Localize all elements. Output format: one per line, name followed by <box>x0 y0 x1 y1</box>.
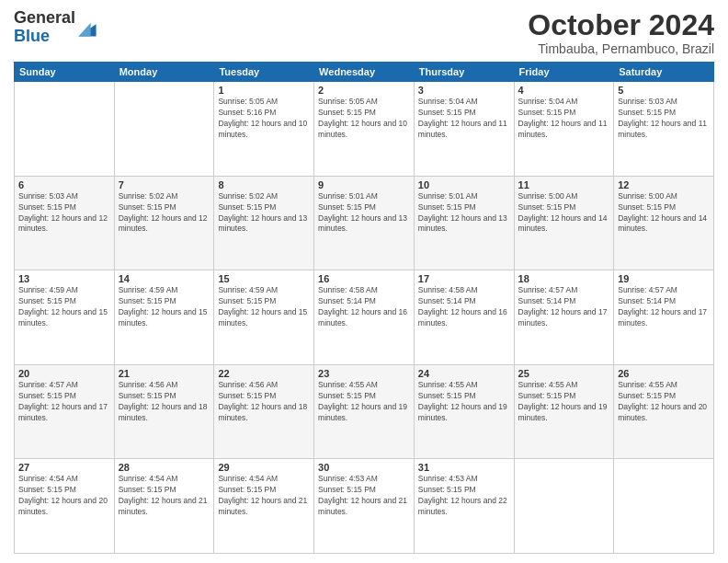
table-cell: 18 Sunrise: 4:57 AMSunset: 5:14 PMDaylig… <box>514 270 614 365</box>
subtitle: Timbauba, Pernambuco, Brazil <box>528 41 714 56</box>
day-number: 4 <box>518 85 610 96</box>
table-cell: 15 Sunrise: 4:59 AMSunset: 5:15 PMDaylig… <box>214 270 314 365</box>
day-number: 11 <box>518 179 610 190</box>
table-cell: 25 Sunrise: 4:55 AMSunset: 5:15 PMDaylig… <box>514 364 614 459</box>
table-cell: 9 Sunrise: 5:01 AMSunset: 5:15 PMDayligh… <box>314 176 415 270</box>
col-friday: Friday <box>514 63 614 82</box>
day-number: 9 <box>318 179 410 190</box>
table-cell: 19 Sunrise: 4:57 AMSunset: 5:14 PMDaylig… <box>614 270 714 365</box>
table-cell: 3 Sunrise: 5:04 AMSunset: 5:15 PMDayligh… <box>414 82 514 177</box>
table-cell <box>114 82 214 177</box>
table-cell: 7 Sunrise: 5:02 AMSunset: 5:15 PMDayligh… <box>114 176 214 270</box>
day-number: 26 <box>618 368 710 379</box>
header: General Blue October 2024 Timbauba, Pern… <box>14 9 714 56</box>
svg-marker-1 <box>79 23 91 37</box>
table-cell: 30 Sunrise: 4:53 AMSunset: 5:15 PMDaylig… <box>314 459 415 554</box>
day-info: Sunrise: 4:55 AMSunset: 5:15 PMDaylight:… <box>618 380 710 424</box>
day-info: Sunrise: 4:54 AMSunset: 5:15 PMDaylight:… <box>218 474 310 518</box>
day-number: 17 <box>418 273 510 284</box>
table-cell: 1 Sunrise: 5:05 AMSunset: 5:16 PMDayligh… <box>214 82 314 177</box>
day-info: Sunrise: 4:54 AMSunset: 5:15 PMDaylight:… <box>119 474 210 518</box>
table-cell: 10 Sunrise: 5:01 AMSunset: 5:15 PMDaylig… <box>414 176 514 270</box>
logo-general-text: General <box>14 9 75 28</box>
day-info: Sunrise: 5:03 AMSunset: 5:15 PMDaylight:… <box>18 191 110 236</box>
day-number: 30 <box>318 462 410 473</box>
calendar-table: Sunday Monday Tuesday Wednesday Thursday… <box>14 62 714 554</box>
table-cell: 26 Sunrise: 4:55 AMSunset: 5:15 PMDaylig… <box>614 364 714 459</box>
day-info: Sunrise: 5:01 AMSunset: 5:15 PMDaylight:… <box>318 191 410 236</box>
day-info: Sunrise: 5:05 AMSunset: 5:15 PMDaylight:… <box>318 97 410 141</box>
day-number: 20 <box>18 368 110 379</box>
day-info: Sunrise: 5:00 AMSunset: 5:15 PMDaylight:… <box>518 191 610 236</box>
day-info: Sunrise: 4:59 AMSunset: 5:15 PMDaylight:… <box>218 285 310 329</box>
table-cell: 5 Sunrise: 5:03 AMSunset: 5:15 PMDayligh… <box>614 82 714 177</box>
month-title: October 2024 <box>528 9 714 41</box>
day-number: 12 <box>618 179 710 190</box>
col-wednesday: Wednesday <box>314 63 415 82</box>
day-number: 1 <box>218 85 310 96</box>
day-number: 8 <box>218 179 310 190</box>
table-cell: 24 Sunrise: 4:55 AMSunset: 5:15 PMDaylig… <box>414 364 514 459</box>
day-info: Sunrise: 4:58 AMSunset: 5:14 PMDaylight:… <box>318 285 410 329</box>
day-info: Sunrise: 4:56 AMSunset: 5:15 PMDaylight:… <box>218 380 310 424</box>
day-number: 6 <box>18 179 110 190</box>
table-row: 20 Sunrise: 4:57 AMSunset: 5:15 PMDaylig… <box>15 364 714 459</box>
table-cell: 13 Sunrise: 4:59 AMSunset: 5:15 PMDaylig… <box>15 270 115 365</box>
day-info: Sunrise: 4:58 AMSunset: 5:14 PMDaylight:… <box>418 285 510 329</box>
day-number: 16 <box>318 273 410 284</box>
day-info: Sunrise: 5:05 AMSunset: 5:16 PMDaylight:… <box>218 97 310 141</box>
table-cell <box>614 459 714 554</box>
day-number: 2 <box>318 85 410 96</box>
day-info: Sunrise: 4:54 AMSunset: 5:15 PMDaylight:… <box>18 474 110 518</box>
day-number: 29 <box>218 462 310 473</box>
day-number: 7 <box>119 179 210 190</box>
day-number: 13 <box>18 273 110 284</box>
day-info: Sunrise: 5:02 AMSunset: 5:15 PMDaylight:… <box>119 191 210 236</box>
table-cell: 22 Sunrise: 4:56 AMSunset: 5:15 PMDaylig… <box>214 364 314 459</box>
col-sunday: Sunday <box>15 63 115 82</box>
table-cell: 4 Sunrise: 5:04 AMSunset: 5:15 PMDayligh… <box>514 82 614 177</box>
table-cell: 17 Sunrise: 4:58 AMSunset: 5:14 PMDaylig… <box>414 270 514 365</box>
table-cell: 21 Sunrise: 4:56 AMSunset: 5:15 PMDaylig… <box>114 364 214 459</box>
day-number: 14 <box>119 273 210 284</box>
header-row: Sunday Monday Tuesday Wednesday Thursday… <box>15 63 714 82</box>
page: General Blue October 2024 Timbauba, Pern… <box>0 0 728 563</box>
day-info: Sunrise: 4:57 AMSunset: 5:15 PMDaylight:… <box>18 380 110 424</box>
col-thursday: Thursday <box>414 63 514 82</box>
table-cell: 31 Sunrise: 4:53 AMSunset: 5:15 PMDaylig… <box>414 459 514 554</box>
day-info: Sunrise: 5:04 AMSunset: 5:15 PMDaylight:… <box>518 97 610 141</box>
logo: General Blue <box>14 9 97 46</box>
day-info: Sunrise: 4:59 AMSunset: 5:15 PMDaylight:… <box>119 285 210 329</box>
day-number: 24 <box>418 368 510 379</box>
day-number: 23 <box>318 368 410 379</box>
day-number: 10 <box>418 179 510 190</box>
table-row: 13 Sunrise: 4:59 AMSunset: 5:15 PMDaylig… <box>15 270 714 365</box>
table-cell: 11 Sunrise: 5:00 AMSunset: 5:15 PMDaylig… <box>514 176 614 270</box>
title-block: October 2024 Timbauba, Pernambuco, Brazi… <box>528 9 714 56</box>
day-info: Sunrise: 5:00 AMSunset: 5:15 PMDaylight:… <box>618 191 710 236</box>
day-number: 19 <box>618 273 710 284</box>
table-cell: 14 Sunrise: 4:59 AMSunset: 5:15 PMDaylig… <box>114 270 214 365</box>
day-number: 3 <box>418 85 510 96</box>
day-number: 21 <box>119 368 210 379</box>
table-cell <box>514 459 614 554</box>
day-info: Sunrise: 5:04 AMSunset: 5:15 PMDaylight:… <box>418 97 510 141</box>
day-number: 27 <box>18 462 110 473</box>
day-info: Sunrise: 4:55 AMSunset: 5:15 PMDaylight:… <box>518 380 610 424</box>
table-cell: 28 Sunrise: 4:54 AMSunset: 5:15 PMDaylig… <box>114 459 214 554</box>
table-cell: 12 Sunrise: 5:00 AMSunset: 5:15 PMDaylig… <box>614 176 714 270</box>
logo-icon <box>77 17 97 38</box>
day-info: Sunrise: 5:01 AMSunset: 5:15 PMDaylight:… <box>418 191 510 236</box>
day-info: Sunrise: 4:57 AMSunset: 5:14 PMDaylight:… <box>618 285 710 329</box>
table-row: 27 Sunrise: 4:54 AMSunset: 5:15 PMDaylig… <box>15 459 714 554</box>
table-row: 6 Sunrise: 5:03 AMSunset: 5:15 PMDayligh… <box>15 176 714 270</box>
col-saturday: Saturday <box>614 63 714 82</box>
logo-blue-text: Blue <box>14 28 75 46</box>
col-tuesday: Tuesday <box>214 63 314 82</box>
col-monday: Monday <box>114 63 214 82</box>
day-info: Sunrise: 4:57 AMSunset: 5:14 PMDaylight:… <box>518 285 610 329</box>
table-cell: 29 Sunrise: 4:54 AMSunset: 5:15 PMDaylig… <box>214 459 314 554</box>
table-cell <box>15 82 115 177</box>
day-number: 25 <box>518 368 610 379</box>
day-number: 22 <box>218 368 310 379</box>
